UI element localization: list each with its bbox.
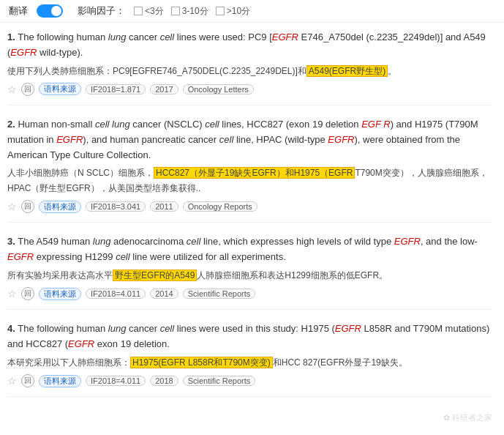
egfr-4a: EGFR: [335, 323, 361, 334]
highlight-4: H1975(EGFR L858R和T790M突变): [130, 357, 273, 368]
result-1-zh: 使用下列人类肺癌细胞系：PC9[EGFRE746_A750DEL(C.2235_…: [7, 64, 492, 78]
cell-2b: cell: [219, 134, 234, 145]
circle-1[interactable]: 回: [21, 83, 34, 96]
journal-tag-4: Scientific Reports: [183, 376, 256, 386]
circle-2[interactable]: 回: [21, 200, 34, 213]
checkbox-3-10[interactable]: [171, 7, 180, 15]
lung-3: lung: [93, 236, 111, 247]
source-tag-4[interactable]: 语料来源: [39, 375, 81, 387]
egfr-2c: EGFR: [328, 134, 354, 145]
result-1-number: 1.: [7, 31, 15, 42]
result-3-zh: 所有实验均采用表达高水平野生型EGFR的A549人肺腺癌细胞系和表达H1299细…: [7, 268, 492, 283]
watermark: ✿ 科研者之家: [443, 412, 492, 423]
if-tag-2: IF2018=3.041: [86, 201, 146, 212]
star-4[interactable]: ☆: [7, 375, 17, 387]
star-1[interactable]: ☆: [7, 83, 17, 95]
results-container: 1. The following human lung cancer cell …: [0, 23, 504, 416]
result-4-zh: 本研究采用以下人肺癌细胞系：H1975(EGFR L858R和T790M突变)和…: [7, 355, 492, 370]
result-2-number: 2.: [7, 119, 15, 130]
cell-3: cell: [187, 236, 201, 247]
result-2-meta: ☆ 回 语料来源 IF2018=3.041 2011 Oncology Repo…: [7, 200, 492, 213]
filter-gt10[interactable]: >10分: [216, 5, 250, 18]
source-tag-1[interactable]: 语料来源: [39, 83, 81, 95]
egfr-3b: EGFR: [7, 251, 34, 262]
result-3-meta: ☆ 回 语料来源 IF2018=4.011 2014 Scientific Re…: [7, 287, 492, 300]
result-1-meta: ☆ 回 语料来源 IF2018=1.871 2017 Oncology Lett…: [7, 83, 492, 96]
filter-lt3-label: <3分: [145, 5, 164, 18]
filter-lt3[interactable]: <3分: [134, 5, 164, 18]
filter-group: <3分 3-10分 >10分: [134, 5, 250, 18]
watermark-icon: ✿: [443, 413, 450, 422]
cell-1: cell: [160, 31, 175, 42]
result-item-3: 3. The A549 human lung adenocarcinoma ce…: [7, 234, 492, 310]
year-tag-2: 2011: [150, 201, 178, 212]
lung-1: lung: [108, 31, 127, 42]
year-tag-3: 2014: [150, 289, 178, 299]
if-tag-4: IF2018=4.011: [86, 376, 146, 386]
cell-2: cell: [205, 119, 219, 130]
filter-3-10[interactable]: 3-10分: [171, 5, 208, 18]
highlight-2: HCC827（外显子19缺失EGFR）和H1975（EGFR: [154, 167, 355, 179]
circle-4[interactable]: 回: [21, 374, 34, 387]
result-4-meta: ☆ 回 语料来源 IF2018=4.011 2018 Scientific Re…: [7, 374, 492, 387]
result-4-number: 4.: [7, 323, 15, 334]
cell-4: cell: [160, 323, 175, 334]
egfr-1a: EGFR: [272, 31, 298, 42]
result-item-4: 4. The following human lung cancer cell …: [7, 321, 492, 397]
result-item-2: 2. Human non-small cell lung cancer (NSC…: [7, 117, 492, 223]
influence-label: 影响因子：: [78, 4, 125, 18]
result-2-zh: 人非小细胞肺癌（N SCLC）细胞系，HCC827（外显子19缺失EGFR）和H…: [7, 166, 492, 196]
checkbox-lt3[interactable]: [134, 7, 143, 15]
year-tag-1: 2017: [150, 84, 178, 94]
if-tag-3: IF2018=4.011: [86, 289, 146, 299]
circle-3[interactable]: 回: [21, 287, 34, 300]
result-2-en: 2. Human non-small cell lung cancer (NSC…: [7, 117, 492, 163]
star-3[interactable]: ☆: [7, 288, 17, 300]
filter-3-10-label: 3-10分: [182, 5, 208, 18]
egfr-3a: EGFR: [394, 236, 421, 247]
cell-3b: cell: [116, 251, 130, 262]
lung-4: lung: [108, 323, 127, 334]
translate-label: 翻译: [9, 4, 28, 18]
if-tag-1: IF2018=1.871: [86, 84, 146, 94]
highlight-3: 野生型EGFR的A549: [113, 269, 197, 281]
result-3-number: 3.: [7, 236, 15, 247]
result-4-en: 4. The following human lung cancer cell …: [7, 321, 492, 352]
source-tag-3[interactable]: 语料来源: [39, 288, 81, 300]
result-item-1: 1. The following human lung cancer cell …: [7, 30, 492, 105]
journal-tag-1: Oncology Letters: [183, 84, 254, 94]
source-tag-2[interactable]: 语料来源: [39, 201, 81, 213]
checkbox-gt10[interactable]: [216, 7, 225, 15]
result-1-en: 1. The following human lung cancer cell …: [7, 30, 492, 61]
year-tag-4: 2018: [150, 376, 178, 386]
star-2[interactable]: ☆: [7, 201, 17, 212]
journal-tag-2: Oncology Reports: [183, 201, 257, 212]
highlight-1: A549(EGFR野生型): [306, 65, 388, 77]
journal-tag-3: Scientific Reports: [183, 289, 256, 299]
watermark-text: 科研者之家: [452, 413, 492, 422]
result-3-en: 3. The A549 human lung adenocarcinoma ce…: [7, 234, 492, 265]
filter-gt10-label: >10分: [227, 5, 250, 18]
egfr-2a: EGF R: [361, 119, 391, 130]
translate-toggle[interactable]: [37, 4, 63, 18]
top-bar: 翻译 影响因子： <3分 3-10分 >10分: [0, 0, 504, 23]
egfr-1b: EGFR: [10, 47, 37, 58]
egfr-2b: EGFR: [56, 134, 83, 145]
egfr-4b: EGFR: [68, 338, 94, 349]
cell-lung-2: cell lung: [95, 119, 130, 130]
